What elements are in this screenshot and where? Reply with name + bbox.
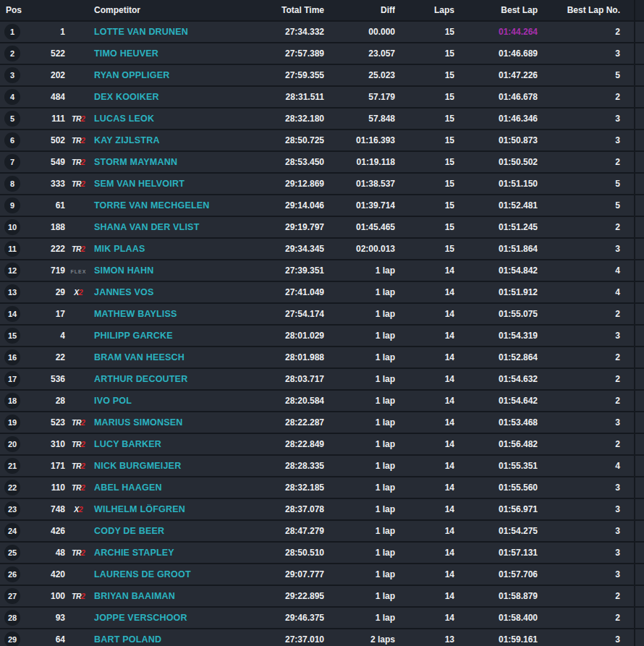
competitor-name[interactable]: LAURENS DE GROOT: [92, 569, 252, 579]
table-row[interactable]: 26 420 LAURENS DE GROOT 29:07.777 1 lap …: [0, 564, 644, 586]
table-row[interactable]: 15 4 PHILIPP GARCKE 28:01.029 1 lap 14 0…: [0, 326, 644, 347]
competitor-name[interactable]: MIK PLAAS: [92, 244, 252, 254]
competitor-name[interactable]: LUCY BARKER: [92, 439, 252, 449]
column-header-pos[interactable]: Pos: [0, 5, 25, 15]
competitor-name[interactable]: SIMON HAHN: [92, 265, 252, 276]
table-row[interactable]: 5 111 TR2 LUCAS LEOK 28:32.180 57.848 15…: [0, 109, 644, 130]
competitor-name[interactable]: CODY DE BEER: [92, 526, 252, 536]
column-header-competitor[interactable]: Competitor: [92, 5, 252, 15]
table-row[interactable]: 2 522 TIMO HEUVER 27:57.389 23.057 15 01…: [0, 43, 644, 65]
table-row[interactable]: 27 100 TR2 BRIYAN BAAIMAN 29:22.895 1 la…: [0, 586, 644, 608]
competitor-name[interactable]: TIMO HEUVER: [92, 48, 252, 59]
table-row[interactable]: 13 29 X2 JANNES VOS 27:41.049 1 lap 14 0…: [0, 282, 644, 304]
competitor-number: 4: [25, 331, 65, 341]
diff-value: 1 lap: [324, 287, 395, 297]
competitor-name[interactable]: MATHEW BAYLISS: [92, 309, 252, 319]
table-row[interactable]: 19 523 TR2 MARIUS SIMONSEN 28:22.287 1 l…: [0, 412, 644, 434]
table-row[interactable]: 16 22 BRAM VAN HEESCH 28:01.988 1 lap 14…: [0, 347, 644, 369]
table-row[interactable]: 20 310 TR2 LUCY BARKER 28:22.849 1 lap 1…: [0, 434, 644, 456]
table-row[interactable]: 22 110 TR2 ABEL HAAGEN 28:32.185 1 lap 1…: [0, 477, 644, 499]
competitor-name[interactable]: JANNES VOS: [92, 287, 252, 297]
diff-value: 1 lap: [324, 504, 395, 514]
table-row[interactable]: 14 17 MATHEW BAYLISS 27:54.174 1 lap 14 …: [0, 304, 644, 326]
best-lap-value: 01:50.502: [454, 157, 538, 167]
competitor-name[interactable]: IVO POL: [92, 396, 252, 406]
next-column-divider: [634, 282, 644, 302]
competitor-name[interactable]: PHILIPP GARCKE: [92, 331, 252, 341]
column-header-laps[interactable]: Laps: [395, 5, 454, 15]
competitor-name[interactable]: LUCAS LEOK: [92, 114, 252, 124]
table-row[interactable]: 6 502 TR2 KAY ZIJLSTRA 28:50.725 01:16.3…: [0, 130, 644, 152]
total-time: 29:14.046: [252, 200, 324, 211]
table-row[interactable]: 8 333 TR2 SEM VAN HELVOIRT 29:12.869 01:…: [0, 174, 644, 195]
competitor-name[interactable]: STORM MAYMANN: [92, 157, 252, 167]
table-row[interactable]: 25 48 TR2 ARCHIE STAPLEY 28:50.510 1 lap…: [0, 543, 644, 564]
position-number: 19: [8, 418, 17, 427]
competitor-name[interactable]: ABEL HAAGEN: [92, 483, 252, 493]
table-row[interactable]: 7 549 TR2 STORM MAYMANN 28:53.450 01:19.…: [0, 152, 644, 174]
competitor-name[interactable]: BRAM VAN HEESCH: [92, 352, 252, 362]
competitor-name[interactable]: ARTHUR DECOUTER: [92, 374, 252, 384]
table-row[interactable]: 24 426 CODY DE BEER 28:47.279 1 lap 14 0…: [0, 521, 644, 543]
table-row[interactable]: 9 61 TORRE VAN MECHGELEN 29:14.046 01:39…: [0, 195, 644, 217]
table-row[interactable]: 11 222 TR2 MIK PLAAS 29:34.345 02:00.013…: [0, 239, 644, 260]
table-row[interactable]: 3 202 RYAN OPPLIGER 27:59.355 25.023 15 …: [0, 65, 644, 87]
position-cell: 5: [0, 111, 25, 127]
column-header-best-lap-no[interactable]: Best Lap No.: [538, 5, 634, 15]
table-row[interactable]: 29 64 BART POLAND 27:37.010 2 laps 13 01…: [0, 629, 644, 646]
position-cell: 6: [0, 132, 25, 148]
competitor-name[interactable]: MARIUS SIMONSEN: [92, 417, 252, 428]
competitor-name[interactable]: WILHELM LÖFGREN: [92, 504, 252, 514]
table-row[interactable]: 1 1 LOTTE VAN DRUNEN 27:34.332 00.000 15…: [0, 22, 644, 43]
competitor-name[interactable]: JOPPE VERSCHOOR: [92, 613, 252, 623]
table-row[interactable]: 28 93 JOPPE VERSCHOOR 29:46.375 1 lap 14…: [0, 608, 644, 629]
laps-value: 14: [395, 374, 454, 384]
competitor-name[interactable]: SEM VAN HELVOIRT: [92, 179, 252, 189]
team-logo-accent: 2: [81, 179, 85, 188]
table-row[interactable]: 21 171 TR2 NICK BURGMEIJER 28:28.335 1 l…: [0, 456, 644, 477]
competitor-number: 110: [25, 483, 65, 493]
table-row[interactable]: 17 536 ARTHUR DECOUTER 28:03.717 1 lap 1…: [0, 369, 644, 391]
competitor-name[interactable]: TORRE VAN MECHGELEN: [92, 200, 252, 211]
laps-value: 15: [395, 222, 454, 232]
column-header-diff[interactable]: Diff: [324, 5, 395, 15]
table-row[interactable]: 18 28 IVO POL 28:20.584 1 lap 14 01:54.6…: [0, 391, 644, 412]
table-row[interactable]: 10 188 SHANA VAN DER VLIST 29:19.797 01:…: [0, 217, 644, 239]
column-header-total-time[interactable]: Total Time: [252, 5, 324, 15]
competitor-name[interactable]: DEX KOOIKER: [92, 92, 252, 102]
competitor-name[interactable]: ARCHIE STAPLEY: [92, 548, 252, 558]
diff-value: 1 lap: [324, 591, 395, 601]
competitor-name[interactable]: RYAN OPPLIGER: [92, 70, 252, 80]
flex-team-logo: FLEX: [71, 269, 87, 274]
best-lap-value: 01:55.560: [454, 483, 538, 493]
competitor-name[interactable]: BART POLAND: [92, 634, 252, 645]
position-number: 12: [8, 266, 17, 275]
competitor-name[interactable]: NICK BURGMEIJER: [92, 461, 252, 471]
position-badge: 11: [4, 241, 20, 257]
next-column-divider: [634, 109, 644, 129]
race-results-table: Pos Competitor Total Time Diff Laps Best…: [0, 0, 644, 646]
best-lap-no-value: 5: [538, 179, 634, 189]
competitor-number: 484: [25, 92, 65, 102]
position-cell: 13: [0, 284, 25, 300]
best-lap-no-value: 3: [538, 417, 634, 428]
total-time: 27:41.049: [252, 287, 324, 297]
best-lap-no-value: 2: [538, 374, 634, 384]
position-badge: 29: [4, 632, 20, 646]
table-row[interactable]: 12 719 FLEX SIMON HAHN 27:39.351 1 lap 1…: [0, 260, 644, 282]
best-lap-value: 01:51.150: [454, 179, 538, 189]
next-column-divider: [634, 499, 644, 519]
position-badge: 27: [4, 588, 20, 604]
laps-value: 14: [395, 613, 454, 623]
table-row[interactable]: 23 748 X2 WILHELM LÖFGREN 28:37.078 1 la…: [0, 499, 644, 521]
competitor-number: 549: [25, 157, 65, 167]
competitor-number: 29: [25, 287, 65, 297]
competitor-name[interactable]: BRIYAN BAAIMAN: [92, 591, 252, 601]
competitor-name[interactable]: LOTTE VAN DRUNEN: [92, 27, 252, 37]
competitor-name[interactable]: SHANA VAN DER VLIST: [92, 222, 252, 232]
laps-value: 15: [395, 48, 454, 59]
table-row[interactable]: 4 484 DEX KOOIKER 28:31.511 57.179 15 01…: [0, 87, 644, 109]
competitor-name[interactable]: KAY ZIJLSTRA: [92, 135, 252, 145]
competitor-number: 522: [25, 48, 65, 59]
column-header-best-lap[interactable]: Best Lap: [454, 5, 538, 15]
